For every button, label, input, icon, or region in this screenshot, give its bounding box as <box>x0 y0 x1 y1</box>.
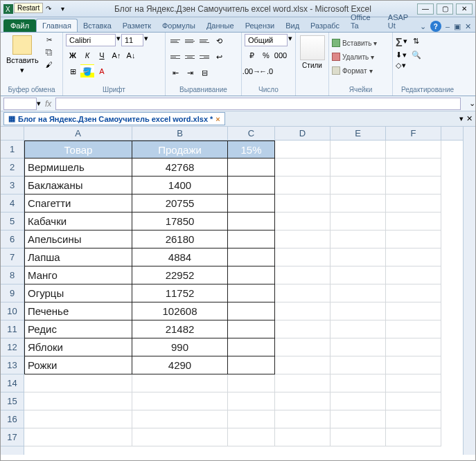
cell-A3[interactable]: Баклажаны <box>24 177 132 195</box>
cell-F2[interactable] <box>386 159 441 177</box>
underline-button[interactable]: Ч <box>95 48 109 62</box>
cell-D14[interactable] <box>275 374 330 392</box>
fx-icon[interactable]: fx <box>41 99 55 109</box>
cell-F5[interactable] <box>386 213 441 230</box>
cell-D15[interactable] <box>275 392 330 410</box>
tab-file[interactable]: Файл <box>3 19 36 32</box>
cell-B14[interactable] <box>132 374 228 392</box>
format-painter-icon[interactable]: 🖌 <box>43 59 55 70</box>
ribbon-minimize-icon[interactable]: ⌄ <box>420 22 426 31</box>
cell-F15[interactable] <box>386 392 441 410</box>
cell-F16[interactable] <box>386 410 441 428</box>
cell-E3[interactable] <box>330 177 386 195</box>
cell-B6[interactable]: 26180 <box>132 230 228 248</box>
column-header-D[interactable]: D <box>275 127 330 140</box>
tab-formulas[interactable]: Формулы <box>157 19 201 32</box>
doc-minimize-icon[interactable]: – <box>446 22 450 30</box>
cell-A6[interactable]: Апельсины <box>24 230 132 248</box>
font-size-select[interactable]: 11 <box>121 34 143 46</box>
cell-D8[interactable] <box>275 266 330 284</box>
increase-indent-button[interactable]: ⇥ <box>183 66 197 80</box>
cell-C13[interactable] <box>228 356 275 374</box>
qat-dropdown-icon[interactable]: ▾ <box>56 3 69 15</box>
cell-A14[interactable] <box>24 374 132 392</box>
cell-C17[interactable] <box>228 428 275 446</box>
cell-F7[interactable] <box>386 248 441 266</box>
grow-font-button[interactable]: A↑ <box>109 48 123 62</box>
fill-color-button[interactable]: 🪣 <box>80 64 94 78</box>
row-header-1[interactable]: 1 <box>1 141 24 159</box>
decrease-indent-button[interactable]: ⇤ <box>168 66 182 80</box>
cell-F13[interactable] <box>386 356 441 374</box>
cell-A16[interactable] <box>24 410 132 428</box>
cell-D12[interactable] <box>275 338 330 356</box>
cell-B3[interactable]: 1400 <box>132 177 228 195</box>
cell-F1[interactable] <box>386 141 441 159</box>
doc-tab-close-all-icon[interactable]: ✕ <box>466 114 473 123</box>
cell-F10[interactable] <box>386 302 441 320</box>
tab-insert[interactable]: Вставка <box>78 19 117 32</box>
number-format-select[interactable]: Общий <box>245 34 288 46</box>
cell-B15[interactable] <box>132 392 228 410</box>
copy-icon[interactable]: ⿻ <box>43 46 55 57</box>
cell-A4[interactable]: Спагетти <box>24 195 132 213</box>
cell-E4[interactable] <box>330 195 386 213</box>
cell-E14[interactable] <box>330 374 386 392</box>
row-header-14[interactable]: 14 <box>1 374 24 392</box>
font-name-dropdown-icon[interactable]: ▾ <box>116 34 121 46</box>
align-middle-button[interactable] <box>183 34 197 48</box>
merge-button[interactable]: ⊟ <box>197 66 211 80</box>
column-header-A[interactable]: A <box>24 127 132 140</box>
row-header-16[interactable]: 16 <box>1 410 24 428</box>
cell-F17[interactable] <box>386 428 441 446</box>
cell-B17[interactable] <box>132 428 228 446</box>
cell-D2[interactable] <box>275 159 330 177</box>
paste-button[interactable]: Вставить ▾ <box>3 34 42 76</box>
cell-F14[interactable] <box>386 374 441 392</box>
cell-F8[interactable] <box>386 266 441 284</box>
cell-C8[interactable] <box>228 266 275 284</box>
cell-D5[interactable] <box>275 213 330 230</box>
tab-data[interactable]: Данные <box>201 19 240 32</box>
autosum-button[interactable]: Σ <box>396 37 403 49</box>
cell-F4[interactable] <box>386 195 441 213</box>
paste-dropdown-icon[interactable]: ▾ <box>20 66 24 75</box>
currency-button[interactable]: ₽ <box>245 48 258 62</box>
align-bottom-button[interactable] <box>197 34 211 48</box>
cell-B1[interactable]: Продажи <box>132 141 228 159</box>
row-header-6[interactable]: 6 <box>1 230 24 248</box>
cell-C15[interactable] <box>228 392 275 410</box>
italic-button[interactable]: К <box>80 48 94 62</box>
cell-C12[interactable] <box>228 338 275 356</box>
cell-E12[interactable] <box>330 338 386 356</box>
cell-A13[interactable]: Рожки <box>24 356 132 374</box>
cell-E6[interactable] <box>330 230 386 248</box>
cell-C14[interactable] <box>228 374 275 392</box>
doc-restore-icon[interactable]: ▣ <box>454 22 461 31</box>
cell-F6[interactable] <box>386 230 441 248</box>
cell-F11[interactable] <box>386 320 441 338</box>
align-center-button[interactable] <box>183 50 197 64</box>
select-all-corner[interactable] <box>1 127 24 141</box>
row-header-17[interactable]: 17 <box>1 428 24 446</box>
fill-button[interactable]: ⬇ <box>396 51 402 60</box>
cell-B11[interactable]: 21482 <box>132 320 228 338</box>
formula-bar-expand-icon[interactable]: ⌄ <box>469 99 475 108</box>
close-button[interactable]: ✕ <box>456 3 473 15</box>
row-header-4[interactable]: 4 <box>1 195 24 213</box>
row-header-12[interactable]: 12 <box>1 338 24 356</box>
cell-E7[interactable] <box>330 248 386 266</box>
insert-cells-button[interactable]: Вставить ▾ <box>332 37 377 49</box>
cell-C3[interactable] <box>228 177 275 195</box>
row-header-11[interactable]: 11 <box>1 320 24 338</box>
cell-C9[interactable] <box>228 284 275 302</box>
row-header-8[interactable]: 8 <box>1 266 24 284</box>
row-header-10[interactable]: 10 <box>1 302 24 320</box>
cell-B8[interactable]: 22952 <box>132 266 228 284</box>
cell-B9[interactable]: 11752 <box>132 284 228 302</box>
cell-A15[interactable] <box>24 392 132 410</box>
cell-C16[interactable] <box>228 410 275 428</box>
tab-home[interactable]: Главная <box>36 19 78 32</box>
tab-layout[interactable]: Разметк <box>117 19 157 32</box>
cell-D6[interactable] <box>275 230 330 248</box>
